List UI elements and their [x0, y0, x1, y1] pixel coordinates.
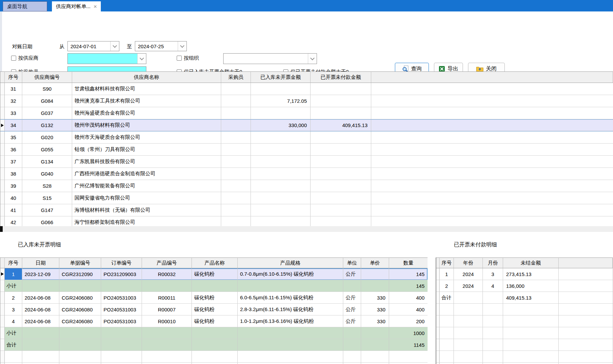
instock-detail-row[interactable]: 2 2024-06-08 CGR2406080 PO240531003 R000… [0, 292, 428, 304]
instock-detail-row[interactable] [0, 351, 428, 363]
cell-invoiced-amount [311, 168, 371, 180]
cell-product-spec: 1.0-1.2μm(6.13-6.16%) 碳化钨粉 [238, 315, 343, 327]
invoiced-detail-row[interactable]: 1 2024 3 273,415.13 [436, 268, 613, 280]
col-product-code[interactable]: 产品编号 [142, 257, 192, 268]
horizontal-scrollbar[interactable] [0, 226, 613, 232]
tab-close-icon[interactable]: × [94, 4, 97, 9]
cell-product-spec [238, 280, 343, 292]
invoiced-detail-row[interactable] [436, 351, 613, 363]
date-from-input[interactable] [68, 41, 110, 51]
cell-date [22, 363, 59, 364]
supplier-select-dropdown-button[interactable] [137, 54, 146, 64]
cell-no: 39 [5, 180, 22, 192]
by-org-checkbox[interactable] [177, 56, 182, 61]
col-unit-price[interactable]: 单价 [361, 257, 389, 268]
invoiced-detail-row[interactable]: 2 2024 4 136,000 [436, 280, 613, 292]
by-supplier-checkbox[interactable] [11, 56, 16, 61]
cell-open-amount [503, 327, 559, 339]
supplier-row[interactable]: 34 G132 赣州华茂钨材料有限公司 330,000 409,415.13 [0, 119, 613, 131]
date-to-input[interactable] [135, 41, 178, 51]
header-filler [559, 257, 613, 268]
supplier-select[interactable] [67, 53, 146, 64]
org-select[interactable] [223, 53, 317, 64]
supplier-row[interactable]: 37 G134 广东凯晨科技股份有限公司 [0, 156, 613, 168]
cell-quantity: 400 [389, 292, 428, 304]
invoiced-detail-row[interactable] [436, 339, 613, 351]
cell-month [483, 363, 503, 364]
cell-buyer [221, 168, 251, 180]
supplier-row[interactable]: 41 G147 海博锐材料科技（无锡）有限公司 [0, 204, 613, 216]
col-buyer[interactable]: 采购员 [221, 71, 251, 83]
invoiced-detail-row[interactable] [436, 327, 613, 339]
cell-no: 2 [440, 280, 454, 292]
tab-supplier-statement[interactable]: 供应商对帐单... × [52, 1, 101, 11]
cell-unit-price [361, 351, 389, 363]
supplier-row[interactable]: 36 G055 钴领（常州）刀具有限公司 [0, 144, 613, 156]
col-product-name[interactable]: 产品名称 [192, 257, 238, 268]
cell-supplier-code: S90 [22, 83, 72, 95]
col-product-spec[interactable]: 产品规格 [238, 257, 343, 268]
invoiced-detail-row[interactable] [436, 363, 613, 364]
col-month[interactable]: 月份 [483, 257, 503, 268]
cell-instock-amount [251, 131, 311, 144]
instock-detail-row[interactable]: 1 2023-12-09 CGR2312090 PO231209003 R000… [0, 268, 428, 280]
col-invoiced-amount[interactable]: 已开票未付款金额 [311, 71, 371, 83]
date-to-dropdown-button[interactable] [178, 41, 186, 51]
scrollbar-thumb[interactable] [0, 226, 3, 232]
col-doc-number[interactable]: 单据编号 [59, 257, 101, 268]
col-open-amount[interactable]: 未结金额 [503, 257, 559, 268]
cell-filler [559, 351, 613, 363]
col-no[interactable]: 序号 [5, 257, 22, 268]
cell-unit [343, 327, 361, 339]
invoiced-detail-row[interactable] [436, 304, 613, 315]
cell-month: 3 [483, 268, 503, 280]
instock-detail-row[interactable]: 合计 1145 [0, 339, 428, 351]
col-supplier-name[interactable]: 供应商名称 [72, 71, 221, 83]
supplier-row[interactable]: 38 G040 广西梧州港德硬质合金制造有限公司 [0, 168, 613, 180]
col-order-number[interactable]: 订单编号 [101, 257, 142, 268]
cell-invoiced-amount [311, 156, 371, 168]
col-instock-amount[interactable]: 已入库未开票金额 [251, 71, 311, 83]
supplier-row[interactable]: 32 G084 赣州澳克泰工具技术有限公司 7,172.05 [0, 95, 613, 107]
instock-detail-row[interactable]: 3 2024-06-08 CGR2406080 PO240531003 R000… [0, 304, 428, 315]
cell-invoiced-amount [311, 144, 371, 156]
cell-no [440, 304, 454, 315]
col-no[interactable]: 序号 [440, 257, 454, 268]
col-quantity[interactable]: 数量 [389, 257, 428, 268]
invoiced-detail-row[interactable]: 合计 409,415.13 [436, 292, 613, 304]
instock-detail-row[interactable]: 小计 1000 [0, 327, 428, 339]
col-unit[interactable]: 单位 [343, 257, 361, 268]
supplier-row[interactable]: 40 S15 国网安徽省电力有限公司 [0, 192, 613, 204]
col-year[interactable]: 年份 [454, 257, 483, 268]
cell-product-name [192, 327, 238, 339]
cell-doc-number: CGR2406080 [59, 304, 101, 315]
org-select-dropdown-button[interactable] [308, 54, 317, 64]
date-from-dropdown-button[interactable] [110, 41, 119, 51]
cell-open-amount [503, 351, 559, 363]
supplier-row[interactable]: 42 G066 海宁恒都桥架制造有限公司 [0, 216, 613, 226]
tab-desktop-nav[interactable]: 桌面导航 [3, 1, 47, 11]
col-no[interactable]: 序号 [5, 71, 22, 83]
invoiced-detail-row[interactable] [436, 315, 613, 327]
row-selector-gutter [0, 304, 5, 315]
org-select-value [224, 54, 308, 64]
cell-supplier-name: 广西梧州港德硬质合金制造有限公司 [72, 168, 221, 180]
cell-no: 合计 [5, 339, 22, 351]
supplier-row[interactable]: 35 G020 赣州市天海硬质合金有限公司 [0, 131, 613, 144]
instock-detail-row[interactable] [0, 363, 428, 364]
instock-detail-row[interactable]: 4 2024-06-08 CGR2406080 PO240531003 R000… [0, 315, 428, 327]
cell-order-number [101, 327, 142, 339]
col-date[interactable]: 日期 [22, 257, 59, 268]
instock-detail-row[interactable]: 小计 145 [0, 280, 428, 292]
cell-invoiced-amount [311, 192, 371, 204]
cell-no [5, 363, 22, 364]
cell-instock-amount [251, 192, 311, 204]
supplier-row[interactable]: 39 S28 广州亿博智能装备有限公司 [0, 180, 613, 192]
cell-buyer [221, 192, 251, 204]
supplier-row[interactable]: 33 G037 赣州海盛硬质合金有限公司 [0, 107, 613, 119]
row-selector-gutter [436, 339, 440, 351]
cell-open-amount [503, 304, 559, 315]
supplier-row[interactable]: 31 S90 甘肃锐鑫材料科技有限公司 [0, 83, 613, 95]
cell-no: 小计 [5, 327, 22, 339]
col-supplier-code[interactable]: 供应商编号 [22, 71, 72, 83]
